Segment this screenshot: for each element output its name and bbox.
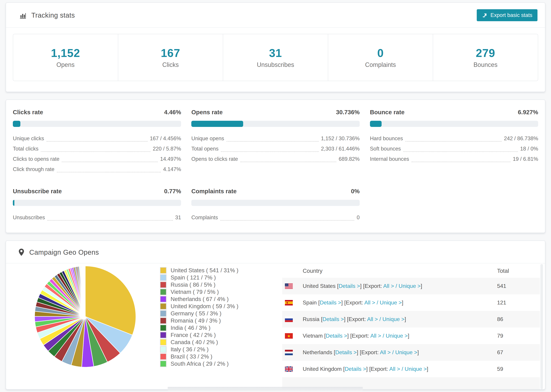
export-all-link[interactable]: All > xyxy=(383,283,394,289)
dotted-leader xyxy=(411,161,510,162)
rate-detail-rows: Unsubscribes31 xyxy=(13,212,181,223)
legend-swatch xyxy=(160,361,167,367)
export-unique-link[interactable]: Unique > xyxy=(382,316,404,322)
tracking-stats-card: Tracking stats Export basic stats 1,152O… xyxy=(6,2,545,92)
export-unique-link[interactable]: Unique > xyxy=(405,366,427,372)
summary-stat-cell: 0Complaints xyxy=(328,34,433,81)
page-title: Tracking stats xyxy=(31,11,75,19)
rate-block-header: Unsubscribe rate0.77% xyxy=(13,188,181,195)
country-flag-gb xyxy=(285,366,293,372)
export-all-link[interactable]: All > xyxy=(380,349,391,355)
rate-detail-value: 0 xyxy=(357,215,360,221)
country-name: Spain [ xyxy=(303,300,320,306)
rate-title: Bounce rate xyxy=(370,109,404,116)
legend-swatch xyxy=(160,353,167,360)
legend-item: South Africa ( 29 / 2% ) xyxy=(160,361,280,367)
rate-detail-value: 1,152 / 30.736% xyxy=(321,135,360,142)
rate-detail-rows: Complaints0 xyxy=(191,212,360,223)
export-button-label: Export basic stats xyxy=(490,12,532,18)
bracket-text: ] [Export: xyxy=(341,300,364,306)
rate-detail-value: 18 / 0% xyxy=(520,146,538,152)
export-unique-link[interactable]: Unique > xyxy=(386,333,408,339)
country-cell: Netherlands [Details >] [Export: All > /… xyxy=(303,349,497,356)
bracket-text: ] [Export: xyxy=(347,333,370,339)
rate-block: Clicks rate4.46%Unique clicks167 / 4.456… xyxy=(13,109,181,175)
export-unique-link[interactable]: Unique > xyxy=(380,300,402,306)
export-unique-link[interactable]: Unique > xyxy=(399,283,421,289)
dotted-leader xyxy=(57,171,161,172)
dotted-leader xyxy=(226,140,319,142)
summary-stat-value: 31 xyxy=(269,47,282,60)
country-cell: Vietnam [Details >] [Export: All > / Uni… xyxy=(303,333,497,339)
summary-stat-cell: 1,152Opens xyxy=(13,34,118,81)
country-flag-ru xyxy=(285,317,293,322)
legend-swatch xyxy=(160,339,167,345)
geo-legend: United States ( 541 / 31% )Spain ( 121 /… xyxy=(160,267,280,390)
geo-table-header: Country Total xyxy=(282,264,540,278)
legend-label: Brazil ( 33 / 2% ) xyxy=(171,353,212,360)
rate-detail-row: Internal bounces19 / 6.81% xyxy=(370,154,538,164)
rate-percent-value: 4.46% xyxy=(164,109,181,116)
geo-title: Campaign Geo Opens xyxy=(29,249,99,256)
rates-card: Clicks rate4.46%Unique clicks167 / 4.456… xyxy=(6,99,545,233)
table-scrollbar[interactable] xyxy=(540,264,543,389)
table-row: Spain [Details >] [Export: All > / Uniqu… xyxy=(282,294,540,311)
geo-pie-chart xyxy=(33,264,137,369)
tracking-stats-header: Tracking stats Export basic stats xyxy=(6,3,545,28)
details-link[interactable]: Details > xyxy=(345,366,366,372)
rate-detail-value: 220 / 5.87% xyxy=(153,146,181,152)
rate-detail-value: 31 xyxy=(175,215,181,221)
total-cell: 86 xyxy=(497,316,540,322)
rate-detail-row: Unique opens1,152 / 30.736% xyxy=(191,133,360,144)
bracket-text: ] [Export: xyxy=(344,316,367,322)
details-link[interactable]: Details > xyxy=(335,349,357,355)
export-all-link[interactable]: All > xyxy=(389,366,400,372)
details-link[interactable]: Details > xyxy=(320,300,341,306)
country-name: United Kingdom [ xyxy=(303,366,345,372)
rate-progress-bar xyxy=(191,121,360,127)
flag-cell xyxy=(285,300,293,305)
rate-detail-row: Unsubscribes31 xyxy=(13,212,181,223)
column-header-country: Country xyxy=(303,268,497,274)
legend-swatch xyxy=(160,289,167,295)
dotted-leader xyxy=(405,140,502,142)
export-all-link[interactable]: All > xyxy=(364,300,375,306)
bracket-text: ] xyxy=(402,300,403,306)
legend-swatch xyxy=(160,274,167,281)
country-cell: Russia [Details >] [Export: All > / Uniq… xyxy=(303,316,497,322)
rate-detail-value: 2,303 / 61.446% xyxy=(321,146,360,152)
total-cell: 67 xyxy=(497,349,540,356)
bracket-text: ] [Export: xyxy=(357,349,380,355)
export-basic-stats-button[interactable]: Export basic stats xyxy=(477,9,537,21)
details-link[interactable]: Details > xyxy=(339,283,360,289)
link-slash: / xyxy=(378,316,382,322)
rate-block-header: Opens rate30.736% xyxy=(191,109,360,116)
total-cell: 541 xyxy=(497,283,540,289)
rate-detail-row: Unique clicks167 / 4.456% xyxy=(13,133,181,144)
export-unique-link[interactable]: Unique > xyxy=(395,349,417,355)
dotted-leader xyxy=(62,161,158,162)
rate-detail-label: Internal bounces xyxy=(370,156,409,162)
legend-label: Netherlands ( 67 / 4% ) xyxy=(171,296,229,302)
export-all-link[interactable]: All > xyxy=(370,333,381,339)
legend-swatch xyxy=(160,281,167,288)
details-link[interactable]: Details > xyxy=(326,333,347,339)
rate-detail-value: 14.497% xyxy=(160,156,181,162)
export-all-link[interactable]: All > xyxy=(367,316,378,322)
summary-stat-value: 0 xyxy=(377,47,384,60)
rate-title: Opens rate xyxy=(191,109,223,116)
rate-block: Opens rate30.736%Unique opens1,152 / 30.… xyxy=(191,109,360,175)
country-flag-vn xyxy=(285,333,293,339)
dotted-leader xyxy=(220,219,354,221)
rate-detail-label: Unique opens xyxy=(191,135,224,142)
map-pin-icon xyxy=(18,248,25,256)
rate-block: Complaints rate0%Complaints0 xyxy=(191,188,360,223)
bracket-text: ] xyxy=(427,366,428,372)
details-link[interactable]: Details > xyxy=(323,316,344,322)
rate-detail-value: 689.82% xyxy=(339,156,360,162)
rate-detail-row: Click through rate4.147% xyxy=(13,164,181,175)
legend-item: France ( 42 / 2% ) xyxy=(160,332,280,338)
bracket-text: ] [Export: xyxy=(366,366,389,372)
rate-detail-row: Hard bounces242 / 86.738% xyxy=(370,133,538,144)
summary-stat-label: Bounces xyxy=(473,61,497,68)
